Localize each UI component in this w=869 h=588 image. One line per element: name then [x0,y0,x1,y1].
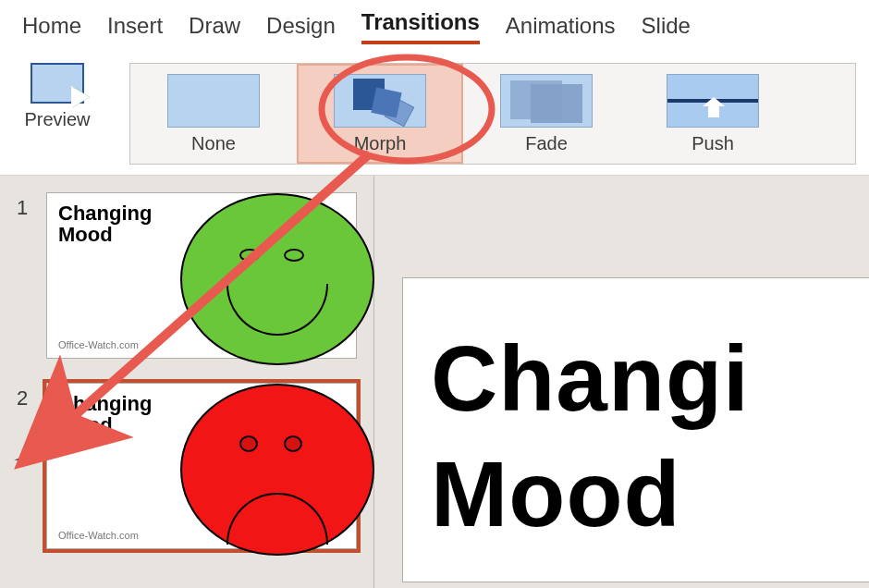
thumbnail-number: 1 [17,192,37,220]
preview-button[interactable]: Preview [13,63,102,130]
slide-title-text[interactable]: Changi Mood [431,321,854,552]
preview-label: Preview [24,109,90,130]
tab-design[interactable]: Design [266,13,336,44]
slide-2-footer: Office-Watch.com [58,530,139,541]
transition-push-label: Push [692,133,734,154]
transitions-gallery: None Morph Fade Push [129,63,856,165]
thumbnail-row-2: 2 ✦ Changing Mood Office-Watch.com [17,383,357,549]
slide-1-title: Changing Mood [58,202,178,245]
play-icon [73,87,90,107]
happy-face-icon [180,193,374,365]
transition-fade-label: Fade [525,133,568,154]
tab-insert[interactable]: Insert [107,13,163,44]
transition-none-icon [167,74,260,128]
ribbon-tabs: Home Insert Draw Design Transitions Anim… [0,0,869,44]
tab-transitions[interactable]: Transitions [361,9,480,44]
transition-fade-icon [500,74,593,128]
slide-1-thumbnail[interactable]: Changing Mood Office-Watch.com [46,192,357,359]
transition-morph-icon [334,74,426,128]
workspace: 1 Changing Mood Office-Watch.com 2 ✦ Cha… [0,176,869,588]
slide-2-title: Changing Mood [58,393,178,435]
slide-editor[interactable]: Changi Mood [374,176,869,588]
transition-morph-label: Morph [354,133,407,154]
sad-face-icon [180,384,374,556]
transition-morph[interactable]: Morph [297,64,463,164]
transition-push[interactable]: Push [630,64,796,164]
slide-1-footer: Office-Watch.com [58,339,139,350]
thumbnail-number: 2 [17,383,37,410]
tab-animations[interactable]: Animations [506,13,616,44]
transition-none-label: None [191,133,236,154]
tab-home[interactable]: Home [22,13,81,44]
thumbnail-row-1: 1 Changing Mood Office-Watch.com [17,192,357,359]
slide-thumbnail-panel: 1 Changing Mood Office-Watch.com 2 ✦ Cha… [0,176,374,588]
transitions-ribbon: Preview None Morph Fade Push [0,44,869,176]
tab-draw[interactable]: Draw [189,13,240,44]
slide-2-thumbnail[interactable]: Changing Mood Office-Watch.com [46,383,357,549]
transition-indicator-icon: ✦ [13,447,31,473]
slide-canvas[interactable]: Changi Mood [402,277,869,582]
transition-push-icon [667,74,759,128]
transition-none[interactable]: None [130,64,297,164]
tab-slideshow[interactable]: Slide [642,13,691,44]
transition-fade[interactable]: Fade [463,64,630,164]
preview-icon [31,63,84,104]
